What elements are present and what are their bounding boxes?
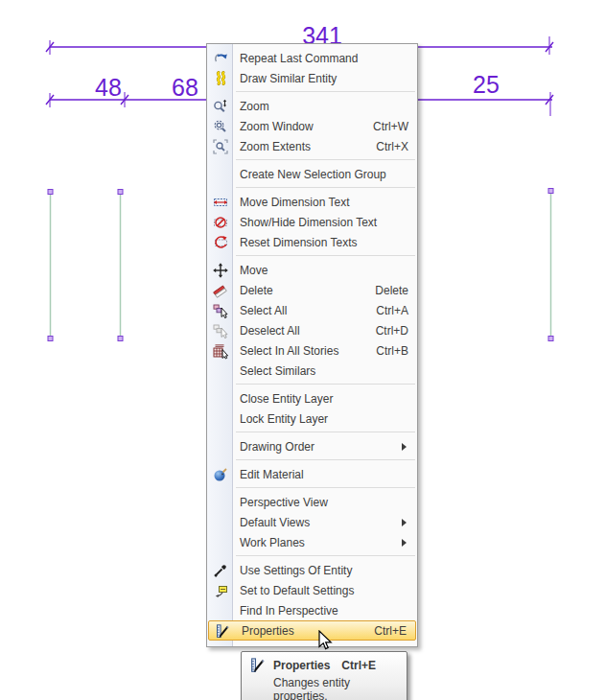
menu-item-create-new-selection-group[interactable]: Create New Selection Group [207,164,417,184]
menu-item-shortcut: Ctrl+D [376,324,408,338]
menu-item-label: Deselect All [240,324,300,338]
menu-item-label: Use Settings Of Entity [240,564,352,577]
menu-item-zoom[interactable]: Zoom [207,96,417,116]
menu-item-label: Edit Material [240,468,304,481]
menu-item-move-dimension-text[interactable]: Move Dimension Text [207,192,417,212]
menu-item-delete[interactable]: DeleteDelete [207,280,417,300]
menu-item-label: Zoom [240,100,269,113]
move-icon [213,263,228,278]
menu-item-label: Reset Dimension Texts [240,236,358,249]
menu-item-edit-material[interactable]: Edit Material [207,464,417,484]
menu-item-select-in-all-stories[interactable]: Select In All StoriesCtrl+B [207,340,417,361]
select-all-icon [213,303,228,318]
menu-item-label: Find In Perspective [240,604,338,618]
grip-handle[interactable] [118,190,123,195]
zoom-window-icon [213,119,228,134]
menu-separator [236,159,415,160]
menu-item-close-entity-layer[interactable]: Close Entity Layer [207,388,417,408]
draw-similar-icon [213,71,228,86]
menu-separator [236,487,415,488]
grip-handle[interactable] [118,337,123,341]
menu-separator [236,384,415,385]
show-hide-dimension-text-icon [213,215,228,230]
submenu-arrow-icon [402,539,407,547]
menu-item-drawing-order[interactable]: Drawing Order [207,436,417,456]
menu-item-label: Default Views [240,516,310,529]
menu-item-label: Repeat Last Command [240,52,358,65]
menu-item-label: Set to Default Settings [240,584,354,597]
menu-separator [236,459,415,460]
grip-handle[interactable] [48,337,53,341]
tooltip-shortcut: Ctrl+E [341,659,376,672]
tooltip-description: Changes entity properties. [273,676,399,700]
submenu-arrow-icon [402,443,407,451]
menu-item-use-settings-of-entity[interactable]: Use Settings Of Entity [207,560,417,580]
delete-icon [213,283,228,298]
menu-item-draw-similar-entity[interactable]: Draw Similar Entity [207,68,417,88]
properties-tooltip: Properties Ctrl+E Changes entity propert… [241,651,407,700]
menu-separator [236,255,415,256]
menu-separator [236,432,415,432]
menu-item-label: Draw Similar Entity [240,72,337,85]
menu-separator [236,555,415,556]
menu-item-shortcut: Ctrl+E [374,624,407,638]
menu-item-select-all[interactable]: Select AllCtrl+A [207,300,417,320]
tooltip-title-row: Properties Ctrl+E [249,657,399,673]
menu-item-show-hide-dimension-text[interactable]: Show/Hide Dimension Text [207,212,417,232]
context-menu: Repeat Last CommandDraw Similar EntityZo… [206,43,418,647]
menu-item-zoom-window[interactable]: Zoom WindowCtrl+W [207,116,417,136]
menu-item-properties[interactable]: PropertiesCtrl+E [208,620,416,641]
deselect-all-icon [213,323,228,338]
menu-item-shortcut: Ctrl+X [376,140,408,153]
dimension-label[interactable]: 48 [95,74,122,101]
zoom-icon [213,99,228,114]
mouse-cursor [318,630,336,652]
move-dimension-text-icon [213,195,228,210]
properties-icon [215,623,230,639]
dimension-label[interactable]: 68 [172,74,198,101]
grip-handle[interactable] [548,337,553,341]
menu-item-label: Drawing Order [240,440,314,454]
grip-handle[interactable] [48,190,53,195]
menu-item-label: Zoom Extents [240,140,311,153]
menu-item-shortcut: Ctrl+B [376,344,408,358]
menu-separator [236,91,415,92]
menu-item-perspective-view[interactable]: Perspective View [207,492,417,512]
menu-item-reset-dimension-texts[interactable]: Reset Dimension Texts [207,232,417,252]
grip-handle[interactable] [548,189,553,194]
menu-separator [236,187,415,188]
menu-item-default-views[interactable]: Default Views [207,512,417,532]
menu-item-label: Select In All Stories [240,344,338,358]
menu-item-select-similars[interactable]: Select Similars [207,361,417,381]
menu-item-shortcut: Ctrl+A [376,304,408,317]
menu-item-label: Close Entity Layer [240,392,333,406]
edit-material-icon [213,467,228,482]
menu-item-repeat-last-command[interactable]: Repeat Last Command [207,48,417,68]
menu-item-label: Select All [240,304,287,317]
menu-item-shortcut: Ctrl+W [373,120,408,133]
menu-item-label: Move [240,264,268,277]
menu-item-shortcut: Delete [375,284,408,297]
use-settings-icon [213,563,228,578]
menu-item-set-to-default-settings[interactable]: Set to Default Settings [207,580,417,600]
properties-icon [249,657,266,673]
menu-item-lock-entity-layer[interactable]: Lock Entity Layer [207,408,417,429]
set-default-icon [213,583,228,598]
menu-item-label: Delete [240,284,273,297]
menu-item-label: Show/Hide Dimension Text [240,216,377,229]
menu-item-label: Move Dimension Text [240,196,350,209]
menu-item-label: Perspective View [240,496,328,509]
repeat-icon [213,51,228,66]
menu-item-label: Create New Selection Group [240,168,386,181]
dimension-label[interactable]: 25 [473,71,500,98]
menu-item-zoom-extents[interactable]: Zoom ExtentsCtrl+X [207,136,417,156]
tooltip-title: Properties [273,659,330,672]
menu-item-find-in-perspective[interactable]: Find In Perspective [207,600,417,620]
reset-dimension-texts-icon [213,235,228,250]
menu-item-deselect-all[interactable]: Deselect AllCtrl+D [207,320,417,340]
menu-item-move[interactable]: Move [207,260,417,280]
menu-item-label: Select Similars [240,364,315,378]
menu-item-work-planes[interactable]: Work Planes [207,532,417,552]
submenu-arrow-icon [402,519,407,526]
properties-icon [249,657,266,673]
